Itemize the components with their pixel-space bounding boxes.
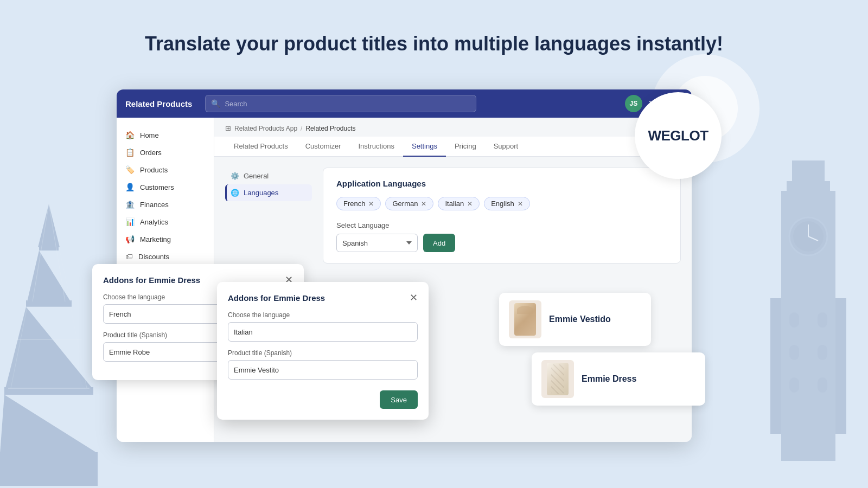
breadcrumb: ⊞ Related Products App / Related Product…	[225, 124, 355, 132]
sidebar-item-marketing[interactable]: 📢 Marketing	[117, 230, 214, 248]
product-dress-shape	[514, 303, 536, 336]
search-input[interactable]	[225, 100, 470, 108]
settings-area: ⚙️ General 🌐 Languages Application Langu…	[214, 157, 692, 274]
lang-tag-german: German ✕	[385, 197, 433, 210]
svg-rect-7	[0, 452, 98, 486]
svg-rect-25	[770, 298, 781, 434]
select-language-label: Select Language	[336, 221, 667, 229]
settings-nav-languages-label: Languages	[244, 189, 278, 197]
tab-pricing[interactable]: Pricing	[446, 137, 485, 157]
admin-brand: Related Products	[125, 99, 192, 108]
lang-tag-french: French ✕	[336, 197, 381, 210]
tab-settings[interactable]: Settings	[403, 137, 446, 157]
select-language-row: Spanish French German Italian Portuguese…	[336, 234, 667, 252]
svg-rect-26	[835, 298, 846, 434]
tab-customizer[interactable]: Customizer	[297, 137, 350, 157]
admin-search-box[interactable]: 🔍	[205, 95, 476, 112]
modal-italian-language-input[interactable]	[228, 322, 418, 342]
breadcrumb-app[interactable]: Related Products App	[234, 125, 297, 132]
home-icon: 🏠	[125, 131, 135, 139]
analytics-icon: 📊	[125, 217, 135, 226]
breadcrumb-separator: /	[301, 125, 302, 132]
sidebar-item-home[interactable]: 🏠 Home	[117, 126, 214, 144]
sidebar-marketing-label: Marketing	[140, 235, 171, 243]
add-language-button[interactable]: Add	[423, 234, 455, 252]
modal-italian-close-button[interactable]: ✕	[410, 293, 418, 303]
svg-rect-30	[818, 345, 827, 360]
lang-tag-italian-label: Italian	[445, 200, 464, 208]
sidebar-analytics-label: Analytics	[140, 218, 168, 226]
svg-marker-4	[5, 307, 92, 388]
svg-rect-3	[26, 300, 72, 307]
sidebar-item-products[interactable]: 🏷️ Products	[117, 161, 214, 178]
product-vestido-name: Emmie Vestido	[549, 314, 611, 324]
modal-italian-language-label: Choose the language	[228, 311, 418, 319]
products-icon: 🏷️	[125, 165, 135, 174]
product-card-dress: Emmie Dress	[532, 352, 705, 406]
lang-tag-italian-close[interactable]: ✕	[467, 201, 473, 207]
svg-marker-0	[38, 204, 60, 247]
weglot-text: WEGLOT	[648, 127, 708, 144]
lang-tag-english-label: English	[491, 200, 514, 208]
modal-french-title: Addons for Emmie Dress	[103, 275, 200, 285]
lang-tag-german-close[interactable]: ✕	[421, 201, 426, 207]
settings-nav-languages[interactable]: 🌐 Languages	[225, 184, 312, 201]
general-icon: ⚙️	[231, 172, 239, 180]
lang-tag-english-close[interactable]: ✕	[518, 201, 523, 207]
product-cards: Emmie Vestido Emmie Dress	[499, 293, 705, 406]
modal-italian-product-title-input[interactable]	[228, 360, 418, 380]
sidebar-customers-label: Customers	[140, 183, 174, 191]
sidebar-orders-label: Orders	[140, 149, 162, 157]
modal-italian: Addons for Emmie Dress ✕ Choose the lang…	[217, 282, 429, 420]
bigben-tower	[749, 160, 868, 488]
tab-instructions[interactable]: Instructions	[349, 137, 403, 157]
tab-related-products[interactable]: Related Products	[225, 137, 297, 157]
search-icon: 🔍	[211, 99, 220, 108]
svg-rect-29	[789, 345, 799, 360]
sidebar-item-finances[interactable]: 🏦 Finances	[117, 196, 214, 213]
settings-nav-general-label: General	[244, 172, 269, 180]
languages-nav-icon: 🌐	[231, 189, 239, 197]
settings-card: Application Languages French ✕ German ✕ …	[323, 168, 681, 264]
breadcrumb-bar: ⊞ Related Products App / Related Product…	[214, 118, 692, 137]
product-card-vestido: Emmie Vestido	[499, 293, 651, 346]
lang-tag-french-close[interactable]: ✕	[368, 201, 374, 207]
svg-rect-17	[792, 160, 825, 182]
svg-rect-1	[39, 246, 59, 251]
admin-topbar: Related Products 🔍 JS John Smith	[117, 89, 692, 118]
sidebar-item-analytics[interactable]: 📊 Analytics	[117, 213, 214, 230]
sidebar-home-label: Home	[140, 131, 159, 139]
breadcrumb-current: Related Products	[305, 125, 355, 132]
eiffel-tower	[0, 204, 98, 488]
modal-italian-product-title-label: Product title (Spanish)	[228, 349, 418, 357]
modal-italian-title: Addons for Emmie Dress	[228, 293, 325, 303]
svg-rect-18	[787, 181, 830, 192]
sidebar-discounts-label: Discounts	[138, 253, 169, 261]
settings-nav: ⚙️ General 🌐 Languages	[225, 168, 312, 264]
product-img-vestido	[509, 300, 541, 338]
settings-nav-general[interactable]: ⚙️ General	[225, 168, 312, 184]
svg-marker-6	[0, 395, 98, 453]
sidebar-finances-label: Finances	[140, 201, 169, 209]
svg-rect-32	[818, 377, 827, 393]
admin-tabs: Related Products Customizer Instructions…	[214, 137, 692, 157]
sidebar-products-label: Products	[140, 166, 168, 174]
finances-icon: 🏦	[125, 200, 135, 209]
lang-tag-english: English ✕	[484, 197, 530, 210]
language-tags: French ✕ German ✕ Italian ✕ English	[336, 197, 667, 210]
sidebar-item-customers[interactable]: 👤 Customers	[117, 178, 214, 196]
tab-support[interactable]: Support	[485, 137, 527, 157]
lang-tag-french-label: French	[343, 200, 365, 208]
sidebar-item-discounts[interactable]: 🏷 Discounts	[117, 248, 214, 265]
svg-rect-28	[818, 312, 827, 328]
marketing-icon: 📢	[125, 235, 135, 243]
language-select[interactable]: Spanish French German Italian Portuguese…	[336, 234, 418, 252]
svg-rect-31	[789, 377, 799, 393]
modal-italian-header: Addons for Emmie Dress ✕	[228, 293, 418, 303]
modal-italian-save-button[interactable]: Save	[380, 390, 418, 409]
page-headline: Translate your product titles into multi…	[0, 33, 868, 55]
sidebar-item-orders[interactable]: 📋 Orders	[117, 144, 214, 161]
discounts-icon: 🏷	[125, 252, 133, 261]
settings-card-title: Application Languages	[336, 179, 667, 188]
avatar: JS	[625, 95, 642, 112]
